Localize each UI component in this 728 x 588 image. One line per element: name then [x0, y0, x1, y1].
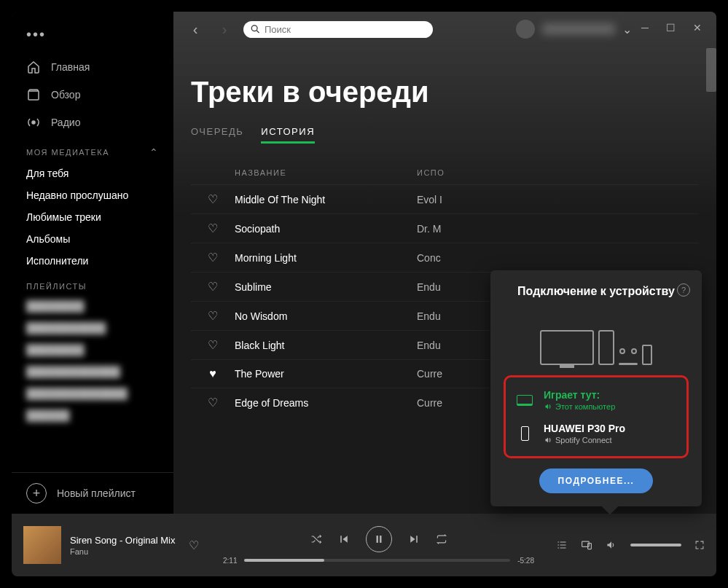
library-section-label: МОЯ МЕДИАТЕКА ⌃ [12, 136, 173, 162]
heart-icon[interactable]: ♡ [191, 222, 235, 235]
heart-icon[interactable]: ♡ [191, 251, 235, 264]
volume-slider[interactable] [630, 544, 681, 546]
tab-queue[interactable]: ОЧЕРЕДЬ [191, 126, 243, 144]
playlist-item[interactable]: ██████ [12, 404, 173, 426]
window-controls: ─ ☐ ✕ [627, 12, 716, 44]
devices-button[interactable] [581, 539, 592, 551]
minimize-button[interactable]: ─ [641, 22, 649, 34]
track-row[interactable]: ♡ Morning Light Conc [191, 243, 699, 272]
page-title: Треки в очереди [173, 47, 716, 126]
now-playing[interactable]: Siren Song - Original Mix Fanu ♡ [23, 526, 213, 564]
scrollbar[interactable] [706, 48, 716, 92]
track-title: The Power [235, 368, 417, 380]
plus-icon: + [26, 483, 47, 503]
heart-icon[interactable]: ♥ [191, 367, 235, 380]
track-header: НАЗВАНИЕ ИСПО [191, 155, 699, 184]
playlist-item[interactable]: ████████ [12, 295, 173, 317]
heart-icon[interactable]: ♡ [191, 396, 235, 409]
playlist-item[interactable]: ███████████ [12, 317, 173, 339]
back-button[interactable]: ‹ [185, 19, 206, 39]
more-button[interactable]: ПОДРОБНЕЕ... [539, 469, 654, 493]
time-elapsed: 2:11 [223, 557, 237, 565]
np-track-title: Siren Song - Original Mix [70, 535, 176, 546]
home-icon [26, 60, 41, 74]
nav-label: Обзор [51, 89, 80, 101]
heart-icon[interactable]: ♡ [191, 192, 235, 206]
radio-icon [26, 115, 41, 130]
track-artist: Conc [417, 252, 699, 264]
heart-icon[interactable]: ♡ [189, 538, 199, 552]
playlist-item[interactable]: ██████████████ [12, 383, 173, 404]
track-row[interactable]: ♡ Middle Of The Night Evol I [191, 184, 699, 213]
next-button[interactable] [408, 533, 420, 545]
prev-button[interactable] [338, 533, 350, 545]
tabs: ОЧЕРЕДЬ ИСТОРИЯ [173, 126, 716, 155]
queue-button[interactable] [556, 539, 568, 551]
lib-artists[interactable]: Исполнители [12, 250, 173, 272]
playlist-item[interactable]: █████████████ [12, 361, 173, 383]
sound-icon [544, 436, 552, 444]
lib-albums[interactable]: Альбомы [12, 228, 173, 250]
svg-rect-6 [588, 544, 592, 549]
maximize-button[interactable]: ☐ [666, 22, 676, 34]
playlists-section-label: ПЛЕЙЛИСТЫ [12, 272, 173, 295]
heart-icon[interactable]: ♡ [191, 338, 235, 352]
tab-history[interactable]: ИСТОРИЯ [261, 126, 315, 144]
track-row[interactable]: ♡ Sociopath Dr. M [191, 213, 699, 243]
lib-recent[interactable]: Недавно прослушано [12, 184, 173, 206]
track-title: Sublime [235, 281, 417, 293]
nav-radio[interactable]: Радио [12, 109, 173, 136]
pause-button[interactable] [366, 526, 392, 552]
track-title: Middle Of The Night [235, 194, 417, 205]
nav-browse[interactable]: Обзор [12, 81, 173, 109]
track-title: Sociopath [235, 223, 417, 235]
nav-label: Главная [51, 61, 90, 73]
fullscreen-button[interactable] [694, 540, 705, 550]
progress-bar[interactable] [244, 559, 510, 562]
browse-icon [26, 87, 41, 102]
sidebar: ••• Главная Обзор Радио МОЯ МЕДИАТЕКА ⌃ … [12, 12, 173, 514]
avatar [516, 20, 535, 39]
device-huawei-p30[interactable]: HUAWEI P30 Pro Spotify Connect [510, 417, 682, 450]
volume-icon[interactable] [606, 539, 617, 551]
search-input[interactable] [265, 24, 426, 35]
track-title: No Wisdom [235, 310, 417, 322]
laptop-icon [517, 395, 533, 406]
album-art [23, 526, 61, 564]
heart-icon[interactable]: ♡ [191, 280, 235, 294]
phone-icon [521, 426, 529, 441]
sound-icon [544, 403, 552, 410]
new-playlist-button[interactable]: + Новый плейлист [12, 472, 173, 514]
track-title: Black Light [235, 340, 417, 351]
chevron-up-icon[interactable]: ⌃ [149, 146, 160, 158]
device-list-highlight: Играет тут: Этот компьютер HUAWEI P30 Pr… [504, 375, 689, 458]
svg-rect-0 [28, 91, 39, 100]
repeat-button[interactable] [436, 533, 447, 545]
svg-point-1 [32, 121, 35, 124]
lib-liked[interactable]: Любимые треки [12, 206, 173, 228]
playlist-item[interactable]: ████████ [12, 339, 173, 361]
menu-button[interactable]: ••• [26, 26, 46, 42]
heart-icon[interactable]: ♡ [191, 309, 235, 323]
device-popup: ? Подключение к устройству Играет тут: Э… [490, 270, 702, 506]
device-this-computer[interactable]: Играет тут: Этот компьютер [510, 383, 682, 417]
nav-label: Радио [51, 117, 80, 128]
nav-home[interactable]: Главная [12, 53, 173, 81]
user-menu[interactable]: ⌄ [516, 20, 632, 39]
forward-button[interactable]: › [214, 19, 235, 39]
lib-for-you[interactable]: Для тебя [12, 162, 173, 184]
svg-rect-4 [380, 536, 381, 543]
help-icon[interactable]: ? [677, 283, 690, 297]
track-title: Morning Light [235, 252, 417, 264]
np-artist: Fanu [70, 547, 176, 556]
track-artist: Dr. M [417, 223, 699, 235]
shuffle-button[interactable] [310, 533, 322, 545]
track-title: Edge of Dreams [235, 397, 417, 409]
popup-title: Подключение к устройству [504, 285, 689, 298]
svg-point-2 [251, 26, 257, 31]
time-remaining: -5:28 [517, 557, 534, 565]
svg-rect-3 [376, 536, 377, 543]
player-bar: Siren Song - Original Mix Fanu ♡ 2:11 -5… [12, 514, 716, 576]
close-button[interactable]: ✕ [693, 22, 702, 34]
search-box[interactable] [243, 21, 433, 38]
